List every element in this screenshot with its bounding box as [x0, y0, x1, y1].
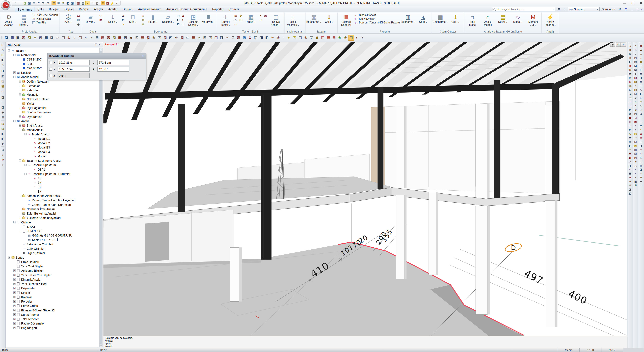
kat-listesi-button[interactable]: ▤Katlistesi ▼: [16, 13, 32, 30]
snap-star-icon[interactable]: ▦: [117, 35, 123, 40]
spline-red-icon[interactable]: ⊟: [634, 116, 638, 120]
coord-y-input[interactable]: 1058.7 cm: [58, 67, 90, 72]
stairs-gold-icon[interactable]: ◰: [639, 116, 643, 120]
tree-item[interactable]: Proje Hataları: [6, 260, 99, 264]
tree-item[interactable]: +Dinamik Analiz: [6, 277, 99, 282]
search-dropdown-icon[interactable]: ▼: [552, 8, 554, 10]
checker-slab-icon[interactable]: △: [634, 44, 638, 48]
connection-block-icon[interactable]: ◧: [639, 92, 643, 96]
slope-triangle-icon[interactable]: △: [196, 35, 202, 40]
coord-lock-x-checkbox[interactable]: [49, 61, 52, 64]
dinamik-analiz-button[interactable]: ▱Dinamik Analiz: [355, 13, 400, 16]
tree-item[interactable]: Sönüm Elemanları: [6, 110, 99, 114]
analiz-ayarları-button[interactable]: ⚙AnalizAyarları: [1, 13, 16, 30]
filter-funnel-button[interactable]: [610, 42, 615, 47]
tree-item[interactable]: ∿Modal E4: [6, 150, 99, 154]
slab-band-icon[interactable]: ◳: [176, 13, 180, 17]
pencil-icon[interactable]: ▨: [21, 35, 26, 40]
frame-box-icon[interactable]: ∿: [634, 84, 638, 88]
coord-l-input[interactable]: 372.5 cm: [98, 60, 129, 65]
layer-stack-icon[interactable]: ≡: [562, 7, 567, 11]
tree-item[interactable]: ∿Zaman Tanım Alanı Durumları: [6, 203, 99, 207]
page-pair-icon[interactable]: ⊞: [242, 35, 247, 40]
snap-forward-icon[interactable]: ≡: [90, 1, 94, 5]
building-view-icon[interactable]: ◧: [0, 131, 5, 136]
column-3d-icon[interactable]: ◳: [639, 84, 643, 88]
layer-list-icon[interactable]: ≣: [556, 7, 561, 11]
menu-tab-objeler[interactable]: Objeler: [62, 7, 76, 12]
wall-corner-icon[interactable]: ▭: [98, 13, 103, 17]
cone-icon[interactable]: ◲: [297, 35, 303, 40]
chart-red-3-icon[interactable]: ▤: [331, 35, 337, 40]
chart-column-icon[interactable]: ◐: [634, 124, 638, 128]
dots-group-icon[interactable]: ⊠: [0, 115, 5, 119]
offset-tool-icon[interactable]: ◧: [628, 143, 632, 147]
text-note-icon[interactable]: ≡: [628, 179, 632, 183]
status-scale[interactable]: 1 : 50: [580, 348, 601, 352]
hatch-grid-icon[interactable]: ⊗: [634, 48, 638, 52]
tree-item[interactable]: ∿Modal': [6, 154, 99, 158]
menu-tab-analiz-ve-tasarım-görüntüleme[interactable]: Analiz ve Tasarım Görüntüleme: [164, 7, 210, 12]
menu-tab-raporlar[interactable]: Raporlar: [210, 7, 226, 12]
node-move-icon[interactable]: ⊠: [56, 1, 61, 5]
rotate-icon[interactable]: ▱: [55, 35, 60, 40]
node-ring-icon[interactable]: ◲: [634, 140, 638, 144]
measure-area-icon[interactable]: ◳: [208, 35, 213, 40]
çelik-button[interactable]: ◮Çelik ▼: [416, 13, 431, 30]
menu-tab-araçlar[interactable]: Araçlar: [92, 7, 106, 12]
frame-white-icon[interactable]: ∿: [639, 104, 643, 108]
material-block-icon[interactable]: ∿: [639, 88, 643, 92]
pin-support-icon[interactable]: ⊗: [303, 35, 308, 40]
node-yellow-icon[interactable]: ▱: [634, 136, 638, 140]
ramp-tool-icon[interactable]: ◐: [634, 128, 638, 132]
snap-back-icon[interactable]: ◱: [94, 1, 99, 5]
grid-blue-icon[interactable]: ▦: [628, 72, 632, 76]
hatch-panel-icon[interactable]: ▣: [634, 120, 638, 124]
yarı-rijit-button[interactable]: ✔Yarı Rijit: [32, 21, 58, 24]
coord-lock-y-checkbox[interactable]: [49, 68, 52, 71]
hatch-tool-icon[interactable]: ⊟: [628, 140, 632, 144]
bulb-icon[interactable]: ●: [286, 35, 292, 40]
guide-right-icon[interactable]: ◆: [128, 35, 134, 40]
tree-item[interactable]: −▣Analiz: [6, 119, 99, 123]
weld-set-icon[interactable]: ◐: [634, 167, 638, 171]
kat-kopyala-button[interactable]: ▨Kat Kopyala: [32, 17, 58, 20]
points-xy-icon[interactable]: ⊟: [202, 35, 208, 40]
report-copy-icon[interactable]: ▩: [639, 44, 643, 48]
grid-points-icon[interactable]: ▩: [145, 35, 151, 40]
level-report-icon[interactable]: ⊟: [639, 68, 643, 72]
tree-item[interactable]: −Zaman Tanım Alanı Analizi: [6, 194, 99, 198]
wall-polyline-icon[interactable]: ▦: [98, 18, 103, 22]
poly-cross-icon[interactable]: ▨: [628, 84, 632, 88]
more-arrow-icon[interactable]: ▾: [360, 35, 365, 40]
n-button[interactable]: N: [616, 42, 621, 47]
tree-item[interactable]: +Yapı Düzensizlikleri: [6, 282, 99, 286]
tree-item[interactable]: +Yükleme Kombinasyonları: [6, 216, 99, 220]
circle-icon[interactable]: ▭: [185, 35, 191, 40]
home-icon[interactable]: ⌂: [13, 1, 18, 5]
analiz-tasarım-button[interactable]: ⚡AnalizTasarım ▼: [543, 13, 558, 30]
truss-set-icon[interactable]: ⊞: [634, 183, 638, 187]
minimize-icon[interactable]: —: [623, 1, 626, 5]
rebar-red-icon[interactable]: ⊠: [639, 132, 643, 136]
coord-a-input[interactable]: 42.367: [98, 67, 129, 72]
column-taper-icon[interactable]: ∿: [121, 22, 125, 26]
grid-block-icon[interactable]: ◱: [639, 140, 643, 144]
column-pair-icon[interactable]: ⊟: [0, 147, 5, 152]
more-arrow-icon[interactable]: ▾: [114, 1, 119, 5]
coord-z-icon[interactable]: ◧: [264, 35, 270, 40]
select-move-icon[interactable]: △: [0, 48, 5, 52]
edit-red-icon[interactable]: ◧: [0, 58, 5, 62]
building-blocks-icon[interactable]: ◰: [634, 56, 638, 60]
tree-item[interactable]: ∿Modal E2: [6, 141, 99, 145]
transform-box-icon[interactable]: ≡: [0, 100, 5, 104]
tee-connection-icon[interactable]: ◆: [0, 141, 5, 146]
maximize-icon[interactable]: ❐: [632, 1, 634, 5]
explode-icon[interactable]: ▨: [111, 35, 117, 40]
joint-list-icon[interactable]: ∿: [639, 171, 643, 175]
table-small-icon[interactable]: ⊕: [628, 183, 632, 187]
rotate-axis-icon[interactable]: ◲: [60, 35, 66, 40]
tree-item[interactable]: +Sürekli Temel: [6, 313, 99, 317]
coordinate-box-close-icon[interactable]: ×: [142, 54, 144, 58]
l-corner-icon[interactable]: △: [634, 100, 638, 104]
